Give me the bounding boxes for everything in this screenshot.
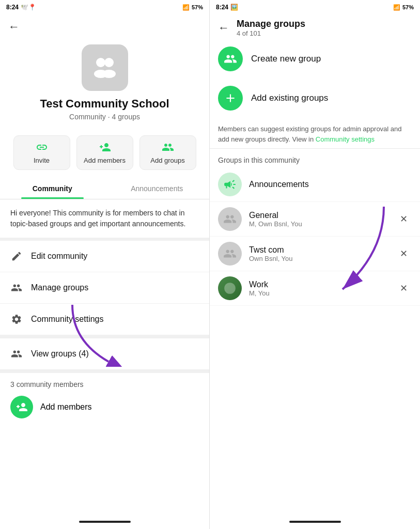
community-avatar: [82, 44, 128, 91]
manage-subtitle: 4 of 101: [237, 29, 305, 37]
settings-icon: [10, 313, 23, 325]
group-row-twstcom[interactable]: Twst com Own Bsnl, You ✕: [210, 237, 420, 271]
icons-left: 🕊️📍: [21, 4, 36, 11]
manage-header: ← Manage groups 4 of 101: [210, 14, 420, 39]
edit-community-item[interactable]: Edit community: [0, 241, 209, 272]
invite-label: Invite: [34, 157, 50, 164]
community-settings-link[interactable]: Community settings: [316, 135, 375, 143]
back-button-right[interactable]: ←: [218, 21, 229, 35]
action-buttons: Invite Add members Add groups: [0, 129, 209, 176]
add-members-icon: [10, 396, 33, 418]
invite-button[interactable]: Invite: [13, 135, 70, 170]
create-new-group-label: Create new group: [251, 54, 321, 64]
members-count-label: 3 community members: [10, 380, 199, 388]
svg-point-0: [96, 58, 105, 67]
general-info: General M, Own Bsnl, You: [249, 211, 388, 228]
announcements-name: Announcements: [249, 180, 412, 189]
create-new-group-item[interactable]: Create new group: [210, 39, 420, 79]
groups-section-label: Groups in this community: [210, 149, 420, 167]
members-section: 3 community members Add members: [0, 373, 209, 424]
left-panel: 8:24 🕊️📍 📶 57% ← Test Community School C…: [0, 0, 210, 529]
battery-left: 57%: [192, 4, 203, 10]
community-profile: Test Community School Community · 4 grou…: [0, 39, 209, 129]
back-button-left[interactable]: ←: [8, 20, 20, 34]
work-avatar: [218, 276, 242, 300]
add-groups-button[interactable]: Add groups: [139, 135, 196, 170]
work-name: Work: [249, 280, 388, 289]
right-panel: 8:24 🖼️ 📶 57% ← Manage groups 4 of 101 C…: [210, 0, 420, 529]
signal-icons-left: 📶: [182, 4, 190, 11]
edit-icon: [10, 250, 23, 262]
add-members-label: Add members: [84, 157, 126, 164]
bottom-bar-right: [210, 517, 420, 529]
svg-point-5: [224, 283, 236, 294]
tab-community[interactable]: Community: [0, 178, 105, 199]
manage-title: Manage groups: [237, 19, 305, 29]
work-members: M, You: [249, 289, 388, 297]
work-info: Work M, You: [249, 280, 388, 297]
add-members-row[interactable]: Add members: [10, 391, 199, 424]
view-groups-item[interactable]: View groups (4): [0, 338, 209, 370]
battery-right: 57%: [402, 4, 414, 10]
twstcom-avatar: [218, 242, 242, 266]
group-row-general[interactable]: General M, Own Bsnl, You ✕: [210, 202, 420, 237]
edit-community-label: Edit community: [31, 252, 87, 261]
time-left: 8:24: [6, 4, 19, 11]
status-bar-right: 8:24 🖼️ 📶 57%: [210, 0, 420, 14]
manage-groups-icon: [10, 282, 23, 294]
add-members-button[interactable]: Add members: [76, 135, 133, 170]
manage-groups-item[interactable]: Manage groups: [0, 272, 209, 304]
community-settings-item[interactable]: Community settings: [0, 304, 209, 335]
twstcom-info: Twst com Own Bsnl, You: [249, 245, 388, 262]
status-bar-left: 8:24 🕊️📍 📶 57%: [0, 0, 209, 14]
add-existing-groups-label: Add existing groups: [251, 93, 328, 103]
view-groups-label: View groups (4): [31, 349, 89, 359]
info-box: Members can suggest existing groups for …: [210, 118, 420, 149]
manage-groups-label: Manage groups: [31, 283, 88, 292]
tab-announcements[interactable]: Announcements: [105, 178, 210, 199]
top-nav-left: ←: [0, 14, 209, 39]
svg-point-1: [104, 58, 114, 67]
time-right: 8:24: [216, 4, 228, 11]
add-existing-groups-item[interactable]: Add existing groups: [210, 79, 420, 118]
twstcom-name: Twst com: [249, 245, 388, 255]
community-subtitle: Community · 4 groups: [69, 113, 140, 121]
remove-twstcom-button[interactable]: ✕: [396, 246, 412, 261]
home-indicator-left: [79, 521, 131, 523]
community-settings-label: Community settings: [31, 315, 104, 324]
add-groups-label: Add groups: [150, 157, 185, 164]
community-name: Test Community School: [29, 97, 179, 111]
add-members-text: Add members: [40, 402, 92, 412]
general-name: General: [249, 211, 388, 220]
general-members: M, Own Bsnl, You: [249, 220, 388, 228]
announcements-avatar: [218, 173, 242, 196]
svg-point-3: [102, 70, 116, 78]
group-row-announcements[interactable]: Announcements: [210, 167, 420, 202]
remove-work-button[interactable]: ✕: [396, 281, 412, 296]
bottom-bar-left: [0, 517, 209, 529]
community-description: Hi everyone! This community is for membe…: [0, 199, 209, 241]
signal-right: 📶: [393, 4, 400, 11]
home-indicator-right: [289, 521, 341, 523]
remove-general-button[interactable]: ✕: [396, 211, 412, 227]
tabs-row: Community Announcements: [0, 178, 209, 199]
menu-list: Edit community Manage groups Community s…: [0, 241, 209, 335]
create-group-icon: [218, 46, 243, 71]
twstcom-members: Own Bsnl, You: [249, 255, 388, 262]
add-existing-icon: [218, 86, 243, 111]
group-row-work[interactable]: Work M, You ✕: [210, 271, 420, 306]
icons-right: 🖼️: [230, 4, 238, 11]
general-avatar: [218, 207, 242, 231]
announcements-info: Announcements: [249, 180, 412, 189]
view-groups-icon: [10, 348, 23, 360]
